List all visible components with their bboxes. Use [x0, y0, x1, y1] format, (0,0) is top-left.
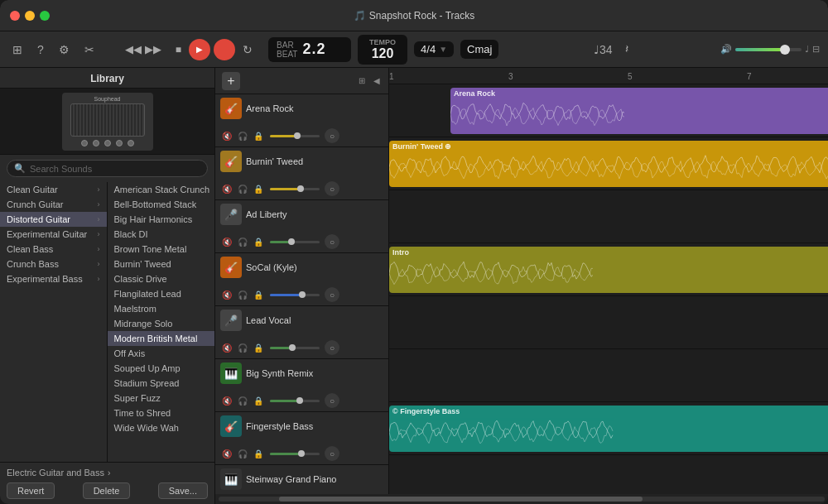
stop-button[interactable]: ■ [171, 41, 185, 58]
track-header[interactable]: 🎸 Fingerstyle Bass 🔇 🎧 🔒 ○ [215, 412, 388, 465]
library-preset-item[interactable]: Maelstrom [108, 301, 215, 316]
customize-button[interactable]: ⊞ [8, 41, 26, 59]
library-category-item[interactable]: Crunch Bass› [0, 257, 107, 271]
track-header[interactable]: 🎤 Lead Vocal 🔇 🎧 🔒 ○ [215, 306, 388, 359]
library-preset-item[interactable]: Modern British Metal [108, 331, 215, 346]
timeline-area[interactable]: 1357911 Arena RockArena Rock #01.2 ⊕Aren… [389, 68, 828, 494]
track-settings-button[interactable]: ○ [325, 287, 339, 302]
clip[interactable]: Intro [389, 247, 828, 293]
track-mute-button[interactable]: 🔇 [220, 449, 233, 459]
track-settings-button[interactable]: ○ [325, 181, 339, 196]
library-preset-item[interactable]: Bell-Bottomed Stack [108, 197, 215, 212]
time-signature[interactable]: 4/4 ▼ [414, 41, 454, 57]
library-preset-item[interactable]: Black DI [108, 227, 215, 242]
track-volume-slider[interactable] [270, 294, 320, 296]
library-preset-item[interactable]: Burnin' Tweed [108, 257, 215, 271]
volume-slider[interactable] [735, 48, 802, 51]
track-volume-slider[interactable] [270, 188, 320, 190]
track-header[interactable]: 🎸 SoCal (Kyle) 🔇 🎧 🔒 ○ [215, 253, 388, 306]
record-button[interactable] [214, 39, 235, 60]
horizontal-scrollbar[interactable] [215, 494, 828, 504]
library-preset-item[interactable]: Classic Drive [108, 271, 215, 286]
traffic-lights[interactable] [10, 11, 50, 21]
track-settings-button[interactable]: ○ [325, 446, 339, 461]
cycle-button[interactable]: ↻ [238, 41, 257, 59]
library-preset-item[interactable]: Flangilated Lead [108, 286, 215, 301]
track-settings-button[interactable]: ○ [325, 393, 339, 408]
track-header[interactable]: 🎸 Arena Rock 🔇 🎧 🔒 ○ [215, 94, 388, 147]
track-volume-slider[interactable] [270, 241, 320, 243]
track-volume-slider[interactable] [270, 347, 320, 349]
track-mute-button[interactable]: 🔇 [220, 290, 233, 300]
track-headphone-button[interactable]: 🎧 [236, 343, 249, 353]
settings-button[interactable]: ⚙ [55, 41, 74, 59]
track-volume-slider[interactable] [270, 135, 320, 137]
revert-button[interactable]: Revert [7, 482, 55, 499]
tracks-scroll-right[interactable]: ◀ [372, 75, 382, 86]
track-mute-button[interactable]: 🔇 [220, 184, 233, 194]
search-box[interactable]: 🔍 [7, 160, 208, 177]
clip[interactable]: Arena Rock [450, 88, 828, 134]
library-category-item[interactable]: Distorted Guitar› [0, 212, 107, 227]
library-preset-item[interactable]: Brown Tone Metal [108, 242, 215, 257]
library-preset-item[interactable]: Super Fuzz [108, 391, 215, 406]
track-mute-button[interactable]: 🔇 [220, 237, 233, 247]
library-category-item[interactable]: Clean Bass› [0, 242, 107, 257]
track-lock-button[interactable]: 🔒 [252, 396, 265, 406]
clip[interactable]: Burnin' Tweed ⊕ [389, 141, 828, 187]
fast-forward-button[interactable]: ▶▶ [145, 43, 161, 55]
track-header[interactable]: 🎹 Big Synth Remix 🔇 🎧 🔒 ○ [215, 359, 388, 412]
key-display[interactable]: Cmaj [460, 40, 498, 59]
library-category-item[interactable]: Experimental Guitar› [0, 227, 107, 242]
position-display[interactable]: BAR BEAT 2.2 [268, 37, 351, 62]
track-volume-slider[interactable] [270, 453, 320, 455]
track-lock-button[interactable]: 🔒 [252, 131, 265, 142]
scissors-button[interactable]: ✂ [80, 41, 99, 59]
track-header[interactable]: 🎤 Ad Liberty 🔇 🎧 🔒 ○ [215, 200, 388, 253]
rewind-button[interactable]: ◀◀ [125, 43, 142, 55]
track-lock-button[interactable]: 🔒 [252, 343, 265, 353]
track-headphone-button[interactable]: 🎧 [236, 290, 249, 300]
track-settings-button[interactable]: ○ [325, 234, 339, 249]
search-input[interactable] [30, 164, 200, 174]
library-preset-item[interactable]: Time to Shred [108, 406, 215, 420]
track-mute-button[interactable]: 🔇 [220, 131, 233, 142]
add-track-button[interactable]: + [222, 72, 240, 90]
minimize-button[interactable] [25, 11, 35, 21]
delete-button[interactable]: Delete [83, 482, 131, 499]
track-settings-button[interactable]: ○ [325, 340, 339, 355]
track-header[interactable]: 🎸 Burnin' Tweed 🔇 🎧 🔒 ○ [215, 147, 388, 200]
track-headphone-button[interactable]: 🎧 [236, 449, 249, 459]
library-preset-item[interactable]: Souped Up Amp [108, 361, 215, 376]
track-mute-button[interactable]: 🔇 [220, 396, 233, 406]
library-preset-item[interactable]: Stadium Spread [108, 376, 215, 391]
library-preset-item[interactable]: Off Axis [108, 346, 215, 361]
library-preset-item[interactable]: Midrange Solo [108, 316, 215, 331]
tuner-button[interactable]: ♩34 [590, 41, 617, 59]
track-mute-button[interactable]: 🔇 [220, 343, 233, 353]
track-lock-button[interactable]: 🔒 [252, 184, 265, 194]
library-category-item[interactable]: Crunch Guitar› [0, 197, 107, 212]
library-preset-item[interactable]: Big Hair Harmonics [108, 212, 215, 227]
track-headphone-button[interactable]: 🎧 [236, 396, 249, 406]
library-category-item[interactable]: Clean Guitar› [0, 182, 107, 197]
track-header[interactable]: 🎹 Steinway Grand Piano 🔇 🎧 🔒 ○ [215, 465, 388, 494]
track-headphone-button[interactable]: 🎧 [236, 184, 249, 194]
master-volume[interactable]: 🔊 ♩ ⊟ [720, 44, 820, 55]
library-preset-item[interactable]: Wide Wide Wah [108, 420, 215, 435]
library-preset-item[interactable]: American Stack Crunch [108, 182, 215, 197]
track-lock-button[interactable]: 🔒 [252, 290, 265, 300]
help-button[interactable]: ? [33, 41, 48, 59]
track-lock-button[interactable]: 🔒 [252, 237, 265, 247]
track-lock-button[interactable]: 🔒 [252, 449, 265, 459]
track-volume-slider[interactable] [270, 400, 320, 402]
metronome-button[interactable]: 𝄽 [621, 40, 629, 59]
library-category-item[interactable]: Experimental Bass› [0, 271, 107, 286]
tempo-display[interactable]: TEMPO 120 [358, 35, 407, 65]
close-button[interactable] [10, 11, 20, 21]
clip[interactable]: © Fingerstyle Bass [389, 406, 828, 452]
track-settings-button[interactable]: ○ [325, 128, 339, 143]
play-button[interactable]: ▶ [189, 39, 210, 60]
tracks-filter-button[interactable]: ⊞ [357, 75, 367, 86]
save-button[interactable]: Save... [158, 482, 208, 499]
